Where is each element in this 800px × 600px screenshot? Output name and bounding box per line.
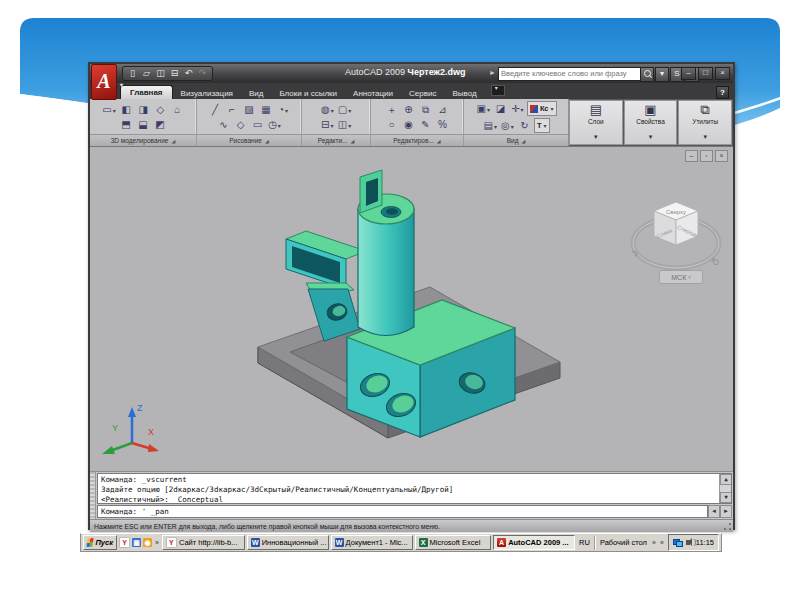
panel-layers[interactable]: Слои <box>569 100 623 145</box>
chamfer-icon[interactable] <box>337 103 352 116</box>
panel-dropdown-icon[interactable] <box>649 125 653 143</box>
new-file-icon[interactable] <box>126 67 139 80</box>
close-icon[interactable] <box>715 67 730 80</box>
quicklaunch-overflow-icon[interactable] <box>154 539 160 546</box>
trim-icon[interactable] <box>320 118 335 131</box>
volume-icon[interactable] <box>686 540 690 545</box>
search-input[interactable] <box>498 67 642 81</box>
redo-icon[interactable] <box>196 67 209 80</box>
quicklaunch-desktop-icon[interactable] <box>132 538 141 547</box>
named-view-dropdown[interactable]: Т <box>534 118 550 133</box>
mirror-icon[interactable] <box>435 103 450 116</box>
pyramid-icon[interactable] <box>170 103 185 116</box>
tab-blocks[interactable]: Блоки и ссылки <box>271 87 345 99</box>
doc-restore-icon[interactable] <box>700 150 713 162</box>
tab-visualization[interactable]: Визуализация <box>173 87 241 99</box>
wcs-dropdown[interactable]: МСК <box>659 270 703 284</box>
taskbar-button-excel[interactable]: Microsoft Excel <box>415 535 492 550</box>
minimize-icon[interactable] <box>681 67 696 80</box>
taskbar-button-site[interactable]: Сайт http://lib-b... <box>162 535 245 550</box>
gradient-icon[interactable] <box>259 103 274 116</box>
panel-label[interactable]: Редакти... <box>302 134 370 146</box>
panel-utilities[interactable]: Утилиты <box>678 100 732 145</box>
open-file-icon[interactable] <box>140 67 153 80</box>
hatch-icon[interactable] <box>242 103 257 116</box>
union-icon[interactable] <box>119 118 134 131</box>
search-icon[interactable] <box>640 67 654 82</box>
clock[interactable]: 11:15 <box>696 538 714 547</box>
wedge-icon[interactable] <box>153 103 168 116</box>
visual-style-dropdown[interactable]: Кс <box>527 101 557 116</box>
command-history[interactable]: Команда: _vscurrent Задайте опцию [2dкар… <box>97 473 732 504</box>
autocad-logo[interactable] <box>91 64 117 100</box>
titlebar[interactable]: AutoCAD 2009 Чертеж2.dwg <box>90 64 733 83</box>
steering-wheel-icon[interactable] <box>482 119 497 132</box>
desktop-toolbar-overflow-icon[interactable] <box>651 539 657 546</box>
subtract-icon[interactable] <box>136 118 151 131</box>
fillet-icon[interactable] <box>320 103 335 116</box>
search-play-icon[interactable] <box>489 69 496 76</box>
arc-icon[interactable] <box>267 118 282 131</box>
ribbon-options-icon[interactable] <box>491 85 505 96</box>
polysolid-icon[interactable] <box>101 103 116 116</box>
pan-icon[interactable] <box>510 102 525 115</box>
help-icon[interactable] <box>716 86 729 99</box>
network-icon[interactable] <box>673 539 683 547</box>
scroll-down-icon[interactable] <box>720 492 732 503</box>
polyline-icon[interactable] <box>225 103 240 116</box>
search-dropdown-icon[interactable] <box>655 67 669 82</box>
panel-label[interactable]: Вид <box>464 134 568 146</box>
panel-properties[interactable]: Свойства <box>624 100 678 145</box>
print-icon[interactable] <box>168 67 181 80</box>
tab-annotations[interactable]: Аннотации <box>345 87 401 99</box>
rotate-icon[interactable] <box>401 103 416 116</box>
array-icon[interactable] <box>401 118 416 131</box>
doc-close-icon[interactable] <box>715 150 728 162</box>
edit-icon[interactable] <box>418 118 433 131</box>
desktop-toolbar[interactable]: Рабочий стол <box>598 538 649 547</box>
orbit-icon[interactable] <box>493 102 508 115</box>
panel-label[interactable]: 3D моделирование <box>90 134 196 146</box>
copy-icon[interactable] <box>418 103 433 116</box>
doc-minimize-icon[interactable] <box>685 150 698 162</box>
move-icon[interactable] <box>384 103 399 116</box>
extrude-icon[interactable] <box>153 118 168 131</box>
language-indicator[interactable]: RU <box>577 538 592 547</box>
offset-icon[interactable] <box>337 118 352 131</box>
line-icon[interactable] <box>208 103 223 116</box>
tab-output[interactable]: Вывод <box>444 87 484 99</box>
panel-label[interactable]: Редактиров... <box>371 134 463 146</box>
taskbar-button-word2[interactable]: Документ1 - Mic... <box>331 535 413 550</box>
tray-collapse-icon[interactable] <box>659 539 665 546</box>
start-button[interactable]: Пуск <box>83 535 117 550</box>
rectangle-icon[interactable] <box>250 118 265 131</box>
panel-dropdown-icon[interactable] <box>594 125 598 143</box>
save-icon[interactable] <box>154 67 167 80</box>
erase-icon[interactable] <box>384 118 399 131</box>
taskbar-button-autocad[interactable]: AutoCAD 2009 ... <box>493 535 575 550</box>
quicklaunch-browser-icon[interactable] <box>119 537 130 548</box>
scale-icon[interactable] <box>435 118 450 131</box>
views-icon[interactable] <box>475 102 490 115</box>
free-orbit-icon[interactable] <box>517 119 532 132</box>
command-input[interactable]: Команда: ' _pan <box>97 505 708 518</box>
circle-icon[interactable] <box>276 103 291 116</box>
viewcube-top-label[interactable]: Сверху <box>666 209 686 215</box>
taskbar-button-word1[interactable]: Инновационный ... <box>247 535 329 550</box>
undo-icon[interactable] <box>182 67 195 80</box>
tab-home[interactable]: Главная <box>120 85 173 99</box>
command-scrollbar[interactable] <box>719 474 731 503</box>
tab-tools[interactable]: Сервис <box>401 87 444 99</box>
box-icon[interactable] <box>119 103 134 116</box>
cylinder-icon[interactable] <box>136 103 151 116</box>
panel-label[interactable]: Рисование <box>197 134 301 146</box>
scroll-right-icon[interactable] <box>720 505 732 518</box>
scroll-left-icon[interactable] <box>708 505 720 518</box>
panel-dropdown-icon[interactable] <box>703 125 707 143</box>
scroll-up-icon[interactable] <box>720 474 732 485</box>
spline-icon[interactable] <box>216 118 231 131</box>
resize-grip[interactable] <box>723 522 732 531</box>
zoom-icon[interactable] <box>500 119 515 132</box>
quicklaunch-media-icon[interactable] <box>143 538 152 547</box>
polygon-icon[interactable] <box>233 118 248 131</box>
